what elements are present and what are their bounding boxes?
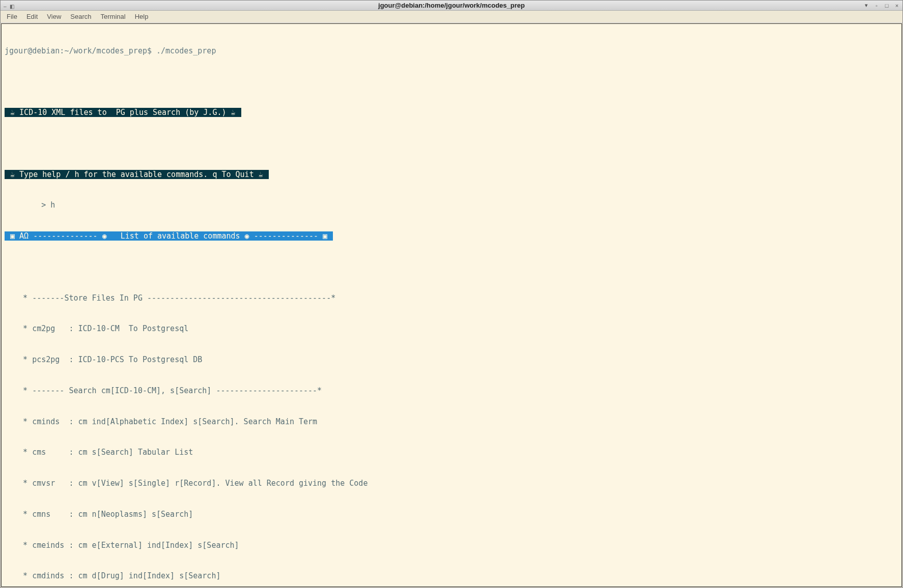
blank-line [5,138,898,149]
help-line: * cmvsr : cm v[View] s[Single] r[Record]… [5,478,898,488]
help-line: * cmeinds : cm e[External] ind[Index] s[… [5,540,898,550]
menu-terminal[interactable]: Terminal [97,12,130,21]
menubar: File Edit View Search Terminal Help [1,11,902,23]
terminal-window: – ◧ jgour@debian:/home/jgour/work/mcodes… [0,0,903,588]
close-button[interactable]: × [893,2,900,9]
help-line: * cmns : cm n[Neoplasms] s[Search] [5,509,898,519]
banner-line-1: ☕ ICD-10 XML files to PG plus Search (by… [5,107,898,117]
menu-search[interactable]: Search [66,12,95,21]
help-line [5,262,898,272]
window-menu-icon[interactable]: – [4,4,8,8]
terminal-app-icon: ◧ [10,4,14,8]
minimize-button[interactable]: ▾ [863,2,870,9]
blank-line [5,76,898,86]
app-prompt-h: > h [5,200,898,210]
help-line: * cm2pg : ICD-10-CM To Postgresql [5,324,898,334]
shell-prompt-line: jgour@debian:~/work/mcodes_prep$ ./mcode… [5,46,898,56]
banner-line-2: ☕ Type help / h for the available comman… [5,169,898,180]
menu-file[interactable]: File [3,12,21,21]
help-line: * pcs2pg : ICD-10-PCS To Postgresql DB [5,355,898,365]
menu-edit[interactable]: Edit [22,12,42,21]
window-title: jgour@debian:/home/jgour/work/mcodes_pre… [378,2,525,9]
help-line: * cmdinds : cm d[Drug] ind[Index] s[Sear… [5,571,898,581]
help-line: * cms : cm s[Search] Tabular List [5,447,898,457]
menu-help[interactable]: Help [131,12,153,21]
list-header: ▣ AΩ -------------- ◉ List of available … [5,231,898,241]
help-line: * ------- Search cm[ICD-10-CM], s[Search… [5,386,898,396]
titlebar: – ◧ jgour@debian:/home/jgour/work/mcodes… [1,1,902,11]
menu-view[interactable]: View [43,12,65,21]
terminal-content[interactable]: jgour@debian:~/work/mcodes_prep$ ./mcode… [1,23,902,587]
maximize-button[interactable]: □ [883,2,890,9]
restore-button[interactable]: ◦ [873,2,880,9]
help-line: * cminds : cm ind[Alphabetic Index] s[Se… [5,417,898,427]
help-line: * -------Store Files In PG -------------… [5,293,898,303]
